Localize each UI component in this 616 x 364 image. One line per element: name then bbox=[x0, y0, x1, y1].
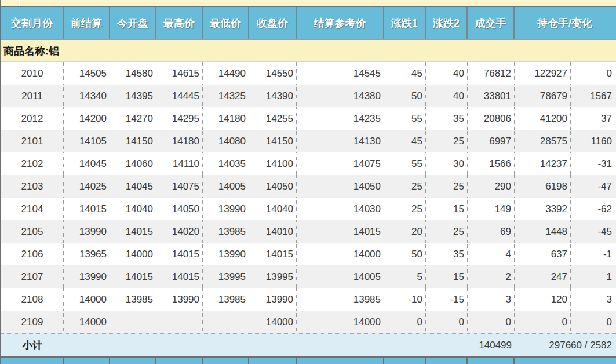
cell-close: 14000 bbox=[249, 311, 297, 333]
cell-change2: 40 bbox=[426, 62, 468, 85]
cell-low: 13990 bbox=[203, 198, 249, 220]
subtotal-volume: 140499 bbox=[468, 334, 515, 356]
cell-settle-ref: 13985 bbox=[297, 288, 384, 311]
cell-high bbox=[156, 311, 203, 333]
product-name-row: 商品名称:铝 bbox=[1, 40, 616, 62]
table-row[interactable]: 2107 13990 14015 14015 13995 13995 14005… bbox=[1, 265, 616, 288]
column-header-delivery-month: 交割月份 bbox=[1, 7, 64, 39]
cell-volume: 149 bbox=[468, 198, 515, 220]
cell-volume: 3 bbox=[468, 288, 515, 311]
table-row[interactable]: 2103 14025 14045 14075 14005 14050 14050… bbox=[1, 175, 616, 198]
cell-close: 14040 bbox=[249, 198, 297, 220]
cell-oi-change: 0 bbox=[571, 311, 615, 333]
cell-volume: 69 bbox=[468, 220, 515, 243]
cell-change1: 25 bbox=[384, 198, 426, 220]
cell-open: 14060 bbox=[110, 152, 156, 175]
cell-high: 14295 bbox=[156, 107, 203, 130]
table-row[interactable]: 2106 13965 14000 14015 13990 14015 14000… bbox=[1, 243, 616, 265]
cell-open-interest: 247 bbox=[515, 265, 571, 288]
cell-change2: 30 bbox=[426, 152, 468, 175]
cell-change1: 20 bbox=[384, 220, 426, 243]
cell-volume: 290 bbox=[468, 175, 515, 198]
cell-high: 14050 bbox=[156, 198, 203, 220]
cell-change1: 55 bbox=[384, 107, 426, 130]
cell-open: 14270 bbox=[110, 107, 156, 130]
table-row[interactable]: 2108 14000 13985 13990 13985 13990 13985… bbox=[1, 288, 616, 311]
table-row[interactable]: 2012 14200 14270 14295 14180 14255 14235… bbox=[1, 107, 616, 130]
cell-change1: -10 bbox=[384, 288, 426, 311]
cell-low: 14325 bbox=[203, 85, 249, 107]
cell-close: 13995 bbox=[249, 265, 297, 288]
cell-high: 14445 bbox=[156, 85, 203, 107]
table-row[interactable]: 2011 14340 14395 14445 14325 14390 14380… bbox=[1, 85, 616, 107]
cell-change1: 45 bbox=[384, 130, 426, 152]
cell-change2: -15 bbox=[426, 288, 468, 311]
cell-settle-ref: 14005 bbox=[297, 265, 384, 288]
cell-change2: 15 bbox=[426, 198, 468, 220]
cell-prev-settle: 14000 bbox=[64, 288, 110, 311]
cell-high: 14615 bbox=[156, 62, 203, 85]
cell-change1: 50 bbox=[384, 85, 426, 107]
cell-delivery-month: 2102 bbox=[1, 152, 64, 175]
cell-high: 14110 bbox=[156, 152, 203, 175]
cell-open-interest: 28575 bbox=[515, 130, 571, 152]
table-row[interactable]: 2109 14000 14000 14000 0 0 0 0 0 bbox=[1, 311, 616, 333]
cell-open-interest: 78679 bbox=[515, 85, 571, 107]
cell-open: 14150 bbox=[110, 130, 156, 152]
cell-oi-change: -62 bbox=[571, 198, 615, 220]
cell-volume: 1566 bbox=[468, 152, 515, 175]
cell-settle-ref: 14000 bbox=[297, 311, 384, 333]
subtotal-spacer bbox=[64, 334, 468, 356]
cell-volume: 20806 bbox=[468, 107, 515, 130]
cell-close: 14390 bbox=[249, 85, 297, 107]
table-row[interactable]: 2104 14015 14040 14050 13990 14040 14030… bbox=[1, 198, 616, 220]
cell-open-interest: 14237 bbox=[515, 152, 571, 175]
product-name-label: 商品名称:铝 bbox=[3, 44, 59, 58]
cell-settle-ref: 14000 bbox=[297, 243, 384, 265]
cell-volume: 33801 bbox=[468, 85, 515, 107]
cell-open-interest: 6198 bbox=[515, 175, 571, 198]
cell-oi-change: 1 bbox=[571, 265, 615, 288]
cell-delivery-month: 2105 bbox=[1, 220, 64, 243]
column-header-change2: 涨跌2 bbox=[426, 7, 468, 39]
cell-close: 14100 bbox=[249, 152, 297, 175]
column-header-open-interest-change: 持仓手/变化 bbox=[515, 7, 615, 39]
table-row[interactable]: 2102 14045 14060 14110 14035 14100 14075… bbox=[1, 152, 616, 175]
cell-oi-change: 1160 bbox=[571, 130, 615, 152]
table-header-row: 交割月份 前结算 今开盘 最高价 最低价 收盘价 结算参考价 涨跌1 涨跌2 成… bbox=[1, 7, 616, 40]
table-row[interactable]: 2101 14105 14150 14180 14080 14150 14130… bbox=[1, 130, 616, 152]
cell-delivery-month: 2101 bbox=[1, 130, 64, 152]
cell-low: 13985 bbox=[203, 220, 249, 243]
column-header-close: 收盘价 bbox=[249, 7, 297, 39]
cell-prev-settle: 14025 bbox=[64, 175, 110, 198]
table-row[interactable]: 2105 13990 14015 14020 13985 14010 14015… bbox=[1, 220, 616, 243]
cell-low: 14490 bbox=[203, 62, 249, 85]
cell-low: 14035 bbox=[203, 152, 249, 175]
column-header-volume: 成交手 bbox=[468, 7, 515, 39]
cell-open-interest: 637 bbox=[515, 243, 571, 265]
cell-open: 13985 bbox=[110, 288, 156, 311]
cell-prev-settle: 13990 bbox=[64, 220, 110, 243]
cell-settle-ref: 14030 bbox=[297, 198, 384, 220]
cell-change1: 50 bbox=[384, 243, 426, 265]
cell-oi-change: 3 bbox=[571, 288, 615, 311]
cell-volume: 4 bbox=[468, 243, 515, 265]
cell-change1: 5 bbox=[384, 265, 426, 288]
cell-open: 14580 bbox=[110, 62, 156, 85]
cell-open bbox=[110, 311, 156, 333]
table-row[interactable]: 2010 14505 14580 14615 14490 14550 14545… bbox=[1, 62, 616, 85]
cell-change2: 15 bbox=[426, 265, 468, 288]
futures-quote-table: 交割月份 前结算 今开盘 最高价 最低价 收盘价 结算参考价 涨跌1 涨跌2 成… bbox=[0, 0, 616, 364]
cell-prev-settle: 14015 bbox=[64, 198, 110, 220]
cell-oi-change: 0 bbox=[571, 62, 615, 85]
cell-oi-change: -47 bbox=[571, 175, 615, 198]
cell-open: 14045 bbox=[110, 175, 156, 198]
cell-open: 14040 bbox=[110, 198, 156, 220]
cell-low: 14180 bbox=[203, 107, 249, 130]
cell-volume: 0 bbox=[468, 311, 515, 333]
cell-change2: 35 bbox=[426, 243, 468, 265]
cell-low: 13995 bbox=[203, 265, 249, 288]
cell-prev-settle: 14045 bbox=[64, 152, 110, 175]
cell-delivery-month: 2104 bbox=[1, 198, 64, 220]
cell-change1: 45 bbox=[384, 62, 426, 85]
